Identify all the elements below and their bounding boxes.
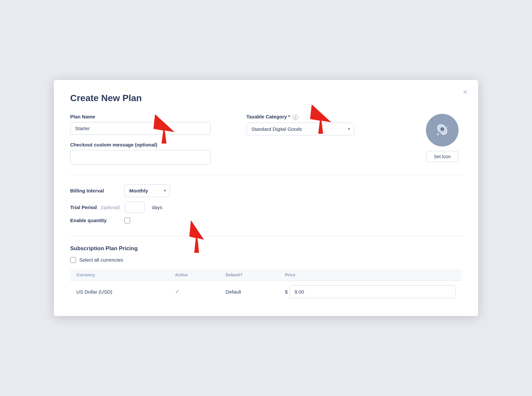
currency-cell: US Dollar (USD) bbox=[70, 281, 169, 303]
rocket-icon-circle bbox=[426, 114, 459, 146]
taxable-category-label: Taxable Category * i bbox=[246, 114, 410, 120]
trial-period-row: Trial Period (optional) days bbox=[70, 202, 462, 213]
plan-name-group: Plan Name bbox=[70, 114, 233, 135]
rocket-icon bbox=[432, 120, 452, 140]
select-all-currencies-label: Select all currencies bbox=[79, 257, 123, 263]
price-input[interactable] bbox=[289, 285, 456, 298]
select-all-row: Select all currencies bbox=[70, 257, 462, 263]
svg-point-3 bbox=[441, 128, 443, 130]
billing-interval-label: Billing Interval bbox=[70, 188, 119, 193]
plan-name-label: Plan Name bbox=[70, 114, 233, 119]
trial-days-label: days bbox=[152, 205, 162, 210]
billing-interval-select-wrapper: Monthly Weekly Annually ▾ bbox=[124, 184, 170, 197]
checkout-message-label: Checkout custom message (optional) bbox=[70, 142, 410, 147]
table-row: US Dollar (USD) ✓ Default $ bbox=[70, 281, 462, 303]
checkout-message-group: Checkout custom message (optional) bbox=[70, 142, 410, 164]
set-icon-button[interactable]: Set Icon bbox=[426, 151, 458, 162]
pricing-table-header-row: Currency Active Default? Price bbox=[70, 269, 462, 281]
plan-name-input[interactable] bbox=[70, 122, 211, 135]
active-check-icon: ✓ bbox=[175, 288, 180, 295]
price-symbol: $ bbox=[285, 289, 288, 295]
pricing-title: Subscription Plan Pricing bbox=[70, 245, 462, 252]
enable-quantity-checkbox[interactable] bbox=[124, 218, 130, 223]
taxable-category-group: Taxable Category * i Standard Digital Go… bbox=[246, 114, 410, 135]
icon-area: Set Icon bbox=[423, 114, 462, 162]
taxable-category-select[interactable]: Standard Digital Goods Physical Goods Se… bbox=[246, 123, 354, 135]
svg-marker-6 bbox=[446, 125, 449, 129]
trial-period-label: Trial Period (optional) bbox=[70, 205, 120, 210]
pricing-section: Subscription Plan Pricing Select all cur… bbox=[70, 236, 462, 303]
billing-interval-select[interactable]: Monthly Weekly Annually bbox=[124, 184, 170, 197]
col-default: Default? bbox=[220, 269, 279, 281]
taxable-category-select-wrapper: Standard Digital Goods Physical Goods Se… bbox=[246, 123, 354, 135]
close-button[interactable]: × bbox=[463, 88, 468, 96]
col-currency: Currency bbox=[70, 269, 169, 281]
default-cell: Default bbox=[220, 281, 279, 303]
active-cell: ✓ bbox=[169, 281, 220, 303]
billing-interval-row: Billing Interval Monthly Weekly Annually… bbox=[70, 184, 462, 197]
select-all-currencies-checkbox[interactable] bbox=[70, 257, 76, 263]
checkout-message-input[interactable] bbox=[70, 150, 211, 164]
price-cell: $ bbox=[279, 281, 462, 303]
top-row: Plan Name Taxable Category * i Standard … bbox=[70, 114, 410, 135]
create-plan-modal: Create New Plan × Plan Name Taxable Cate… bbox=[54, 80, 478, 316]
enable-quantity-label: Enable quantity bbox=[70, 218, 119, 223]
col-active: Active bbox=[169, 269, 220, 281]
enable-quantity-row: Enable quantity bbox=[70, 218, 462, 223]
pricing-table: Currency Active Default? Price US Dollar… bbox=[70, 269, 462, 303]
taxable-info-icon: i bbox=[293, 115, 298, 120]
billing-section: Billing Interval Monthly Weekly Annually… bbox=[70, 175, 462, 236]
trial-period-input[interactable] bbox=[125, 202, 145, 213]
top-section: Plan Name Taxable Category * i Standard … bbox=[70, 114, 462, 175]
price-input-wrapper: $ bbox=[285, 285, 456, 298]
modal-title: Create New Plan bbox=[70, 93, 462, 103]
col-price: Price bbox=[279, 269, 462, 281]
